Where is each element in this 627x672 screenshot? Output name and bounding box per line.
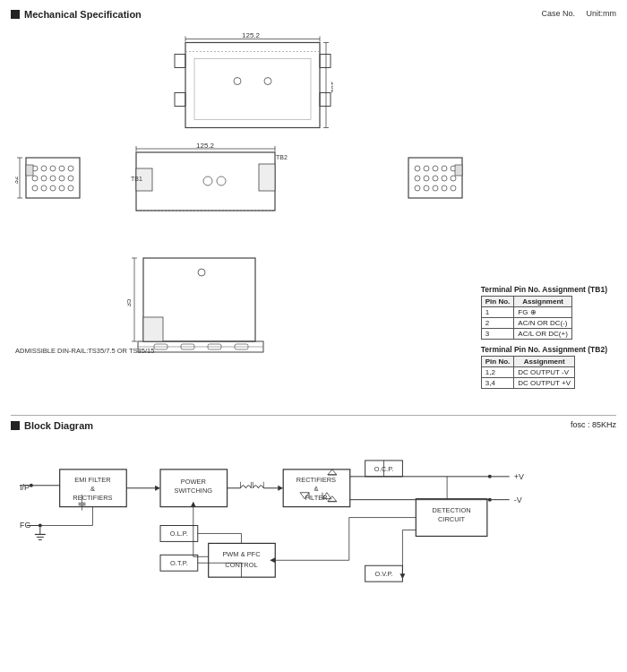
svg-marker-160	[191, 502, 196, 507]
svg-text:RECTIFIERS: RECTIFIERS	[296, 476, 336, 484]
svg-rect-7	[320, 55, 331, 68]
left-side-view: 32	[15, 149, 87, 209]
svg-text:125.2: 125.2	[196, 142, 215, 150]
section-divider	[11, 415, 616, 416]
block-diagram-drawing: I/P FG EMI FILTER & RECTIFIERS	[11, 447, 616, 608]
svg-point-126	[488, 498, 492, 502]
svg-rect-75	[143, 317, 163, 341]
svg-point-60	[451, 176, 456, 181]
svg-text:CIRCUIT: CIRCUIT	[438, 515, 466, 523]
svg-point-32	[32, 185, 38, 191]
right-side-view	[401, 149, 473, 209]
svg-rect-37	[26, 165, 33, 176]
block-diagram-title: Block Diagram	[24, 420, 93, 431]
svg-text:POWER: POWER	[181, 478, 207, 486]
svg-rect-50	[408, 158, 462, 198]
svg-point-11	[264, 78, 271, 85]
tb1-row-1: 1 FG ⊕	[481, 307, 571, 318]
tb2-col-assignment: Assignment	[514, 357, 575, 367]
svg-text:102: 102	[330, 82, 333, 94]
svg-point-34	[50, 185, 56, 191]
svg-rect-4	[185, 43, 320, 128]
tb2-table: Pin No. Assignment 1,2 DC OUTPUT -V 3,4 …	[481, 356, 575, 389]
svg-point-29	[50, 176, 56, 181]
svg-text:32: 32	[15, 176, 20, 184]
tb2-pin-34: 3,4	[481, 378, 514, 389]
tb1-title: Terminal Pin No. Assignment (TB1)	[481, 285, 607, 294]
svg-point-61	[415, 185, 420, 191]
tb1-row-2: 2 AC/N OR DC(-)	[481, 318, 571, 329]
svg-rect-66	[455, 165, 462, 176]
svg-point-33	[41, 185, 47, 191]
svg-point-10	[234, 78, 241, 85]
svg-rect-9	[320, 93, 331, 107]
tb1-col-pinno: Pin No.	[481, 297, 514, 307]
svg-text:O.T.P.: O.T.P.	[170, 559, 188, 567]
svg-point-36	[68, 185, 73, 191]
svg-rect-6	[175, 55, 185, 68]
tb2-row-1: 1,2 DC OUTPUT -V	[481, 367, 574, 378]
svg-text:TB2: TB2	[276, 154, 288, 160]
tb1-assign-3: AC/L OR DC(+)	[514, 329, 572, 340]
fosc-label: fosc : 85KHz	[571, 420, 616, 429]
svg-point-62	[424, 185, 429, 191]
svg-text:&: &	[90, 485, 95, 493]
svg-point-52	[424, 166, 429, 171]
svg-text:&: &	[314, 485, 318, 493]
svg-marker-100	[155, 486, 160, 491]
svg-rect-48	[259, 164, 275, 191]
tb2-pin-12: 1,2	[481, 367, 514, 378]
svg-marker-153	[399, 573, 405, 579]
svg-rect-12	[194, 59, 311, 120]
svg-text:TB1: TB1	[131, 176, 142, 182]
svg-point-47	[217, 177, 226, 185]
block-section-icon	[11, 421, 20, 430]
tb1-pin-2: 2	[481, 318, 514, 329]
svg-text:RECTIFIERS: RECTIFIERS	[73, 494, 112, 502]
svg-rect-8	[175, 93, 185, 107]
svg-point-31	[68, 176, 73, 181]
mech-spec-header: Mechanical Specification	[11, 9, 616, 20]
block-diagram-section: Block Diagram fosc : 85KHz I/P FG	[11, 420, 616, 608]
svg-text:I/P: I/P	[20, 483, 30, 492]
din-rail-label: ADMISSIBLE DIN-RAIL:TS35/7.5 OR TS35/15	[15, 347, 154, 355]
svg-point-64	[442, 185, 447, 191]
tb2-col-pinno: Pin No.	[481, 357, 514, 367]
tb1-assign-1: FG ⊕	[514, 307, 572, 318]
svg-text:PWM & PFC: PWM & PFC	[222, 550, 261, 558]
svg-point-56	[415, 176, 420, 181]
svg-text:O.L.P.: O.L.P.	[170, 530, 188, 538]
svg-text:EMI FILTER: EMI FILTER	[74, 476, 111, 484]
svg-text:-V: -V	[514, 495, 522, 504]
svg-text:SWITCHING: SWITCHING	[175, 487, 213, 495]
unit-label: Unit:mm	[587, 9, 617, 18]
svg-point-65	[451, 185, 456, 191]
tb1-table: Pin No. Assignment 1 FG ⊕ 2 AC/N OR DC(-…	[481, 296, 572, 340]
page: Case No. Unit:mm Mechanical Specificatio…	[0, 0, 627, 672]
terminal-section: Terminal Pin No. Assignment (TB1) Pin No…	[481, 285, 607, 394]
tb1-pin-3: 3	[481, 329, 514, 340]
tb1-row-3: 3 AC/L OR DC(+)	[481, 329, 571, 340]
tb1-col-assignment: Assignment	[514, 297, 572, 307]
case-info: Case No. Unit:mm	[541, 9, 616, 18]
svg-point-28	[41, 176, 47, 181]
svg-point-58	[433, 176, 438, 181]
svg-rect-43	[136, 152, 275, 211]
svg-text:35: 35	[127, 298, 133, 306]
mechanical-drawings: 125.2 102	[11, 25, 616, 410]
tb1-assign-2: AC/N OR DC(-)	[514, 318, 572, 329]
top-view-drawing: 125.2 102	[172, 30, 333, 137]
svg-point-57	[424, 176, 429, 181]
svg-text:O.V.P.: O.V.P.	[374, 570, 392, 578]
front-view: 125.2 TB2 TB1	[118, 142, 297, 224]
mech-spec-title: Mechanical Specification	[24, 9, 142, 20]
tb2-row-2: 3,4 DC OUTPUT +V	[481, 378, 574, 389]
svg-marker-110	[278, 486, 283, 491]
svg-marker-154	[328, 470, 337, 475]
svg-point-46	[203, 177, 212, 185]
svg-point-23	[41, 166, 47, 171]
svg-point-63	[433, 185, 438, 191]
svg-point-74	[198, 269, 205, 276]
svg-point-59	[442, 176, 447, 181]
svg-point-53	[433, 166, 438, 171]
